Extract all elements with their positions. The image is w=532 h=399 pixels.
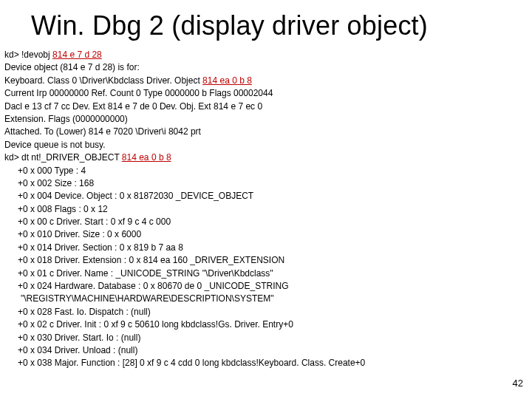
slide: Win. Dbg 2 (display driver object) kd> !…	[0, 10, 532, 399]
addr-814ea0b8-a: 814 ea 0 b 8	[202, 75, 252, 86]
line-13: +0 x 00 c Driver. Start : 0 xf 9 c 4 c 0…	[18, 216, 532, 228]
line-11: +0 x 004 Device. Object : 0 x 81872030 _…	[18, 190, 532, 202]
line-4: Dacl e 13 cf 7 cc Dev. Ext 814 e 7 de 0 …	[4, 100, 532, 113]
line-21: +0 x 02 c Driver. Init : 0 xf 9 c 50610 …	[18, 318, 532, 331]
line-23: +0 x 034 Driver. Unload : (null)	[18, 344, 532, 357]
addr-814ea0b8-b: 814 ea 0 b 8	[122, 152, 171, 163]
line-22: +0 x 030 Driver. Start. Io : (null)	[18, 332, 532, 344]
line-17: +0 x 01 c Driver. Name : _UNICODE_STRING…	[18, 267, 532, 280]
slide-body: kd> !devobj 814 e 7 d 28 Device object (…	[4, 49, 532, 370]
line-18: +0 x 024 Hardware. Database : 0 x 80670 …	[18, 280, 532, 293]
line-14: +0 x 010 Driver. Size : 0 x 6000	[18, 228, 532, 241]
slide-title: Win. Dbg 2 (display driver object)	[31, 10, 532, 41]
line-19: "\REGISTRY\MACHINE\HARDWARE\DESCRIPTION\…	[21, 293, 532, 305]
line-2: Keyboard. Class 0 \Driver\Kbdclass Drive…	[4, 75, 532, 87]
line-0-text: kd> !devobj	[4, 50, 52, 60]
line-2-text: Keyboard. Class 0 \Driver\Kbdclass Drive…	[4, 75, 202, 86]
page-number: 42	[513, 378, 523, 389]
line-24: +0 x 038 Major. Function : [28] 0 xf 9 c…	[18, 357, 532, 369]
line-6: Attached. To (Lower) 814 e 7020 \Driver\…	[4, 126, 532, 138]
line-5: Extension. Flags (0000000000)	[4, 113, 532, 126]
line-8-text: kd> dt nt!_DRIVER_OBJECT	[4, 152, 122, 163]
addr-814e7d28: 814 e 7 d 28	[52, 50, 102, 60]
line-1: Device object (814 e 7 d 28) is for:	[4, 61, 532, 74]
line-16: +0 x 018 Driver. Extension : 0 x 814 ea …	[18, 254, 532, 267]
line-9: +0 x 000 Type : 4	[18, 165, 532, 177]
line-8: kd> dt nt!_DRIVER_OBJECT 814 ea 0 b 8	[4, 151, 532, 164]
line-15: +0 x 014 Driver. Section : 0 x 819 b 7 a…	[18, 242, 532, 254]
line-0: kd> !devobj 814 e 7 d 28	[4, 49, 532, 61]
line-3: Current Irp 00000000 Ref. Count 0 Type 0…	[4, 87, 532, 100]
line-7: Device queue is not busy.	[4, 139, 532, 151]
line-10: +0 x 002 Size : 168	[18, 177, 532, 190]
line-12: +0 x 008 Flags : 0 x 12	[18, 203, 532, 216]
line-20: +0 x 028 Fast. Io. Dispatch : (null)	[18, 306, 532, 318]
